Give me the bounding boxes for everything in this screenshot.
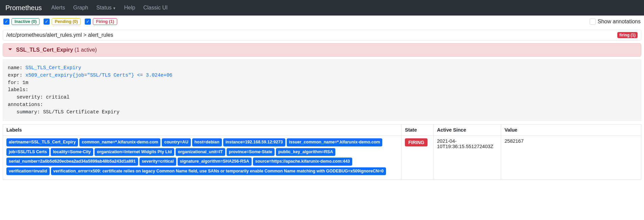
firing-pill[interactable]: Firing (1) xyxy=(93,18,117,25)
inactive-checkbox[interactable] xyxy=(3,19,9,25)
label-badge: country=AU xyxy=(162,138,190,146)
nav-help[interactable]: Help xyxy=(120,2,139,13)
cell-since: 2021-04-10T19:36:15.551272403Z xyxy=(434,136,501,180)
label-badge: instance=192.168.59.12:9273 xyxy=(223,138,285,146)
rule-group-path: /etc/prometheus/alert_rules.yml > alert_… xyxy=(6,32,113,38)
alert-body: name: SSL_TLS_Cert_Expiry expr: x509_cer… xyxy=(3,59,641,121)
col-value: Value xyxy=(501,125,641,136)
label-badge: organizational_unit=IT xyxy=(176,148,225,156)
table-header-row: Labels State Active Since Value xyxy=(3,125,641,136)
alerts-table: Labels State Active Since Value alertnam… xyxy=(3,124,641,180)
chevron-down-icon xyxy=(8,47,12,53)
label-badge: organization=Internet Widgits Pty Ltd xyxy=(95,148,174,156)
rule-name-link[interactable]: SSL_TLS_Cert_Expiry xyxy=(25,65,81,71)
rule-group-row[interactable]: /etc/prometheus/alert_rules.yml > alert_… xyxy=(3,30,641,40)
label-badge: severity=critical xyxy=(139,158,176,166)
firing-checkbox[interactable] xyxy=(85,19,91,25)
label-badge: public_key_algorithm=RSA xyxy=(276,148,335,156)
pending-checkbox[interactable] xyxy=(44,19,50,25)
label-badge: alertname=SSL_TLS_Cert_Expiry xyxy=(6,138,78,146)
table-row: alertname=SSL_TLS_Cert_Expirycommon_name… xyxy=(3,136,641,180)
label-badge: common_name=*.kifarunix-demo.com xyxy=(79,138,160,146)
alert-active-count: (1 active) xyxy=(75,47,97,53)
alert-panel: SSL_TLS_Cert_Expiry (1 active) xyxy=(3,43,641,57)
nav-classic-ui[interactable]: Classic UI xyxy=(139,2,172,13)
label-badge: source=https://apache.kifarunix-demo.com… xyxy=(253,158,352,166)
alert-header[interactable]: SSL_TLS_Cert_Expiry (1 active) xyxy=(3,44,641,56)
chevron-down-icon: ▼ xyxy=(113,6,116,10)
label-badge: issuer_common_name=*.kifarunix-demo.com xyxy=(287,138,383,146)
label-badge: serial_number=2a6b5d620ecbea2ad34a5899ab… xyxy=(6,158,138,166)
col-labels: Labels xyxy=(3,125,402,136)
nav-status-label: Status xyxy=(96,5,111,10)
pending-pill[interactable]: Pending (0) xyxy=(52,18,81,25)
label-badge: host=debian xyxy=(192,138,222,146)
alert-name: SSL_TLS_Cert_Expiry xyxy=(16,47,73,53)
label-badge: signature_algorithm=SHA256-RSA xyxy=(178,158,252,166)
group-firing-badge: firing (1) xyxy=(617,32,638,38)
label-badge: verification=invalid xyxy=(6,167,50,175)
label-badge: locality=Some-City xyxy=(51,148,93,156)
rule-expr-link[interactable]: x509_cert_expiry{job="SSL/TLS Certs"} <=… xyxy=(25,73,172,78)
inactive-pill[interactable]: Inactive (0) xyxy=(11,18,40,25)
cell-labels: alertname=SSL_TLS_Cert_Expirycommon_name… xyxy=(3,136,402,180)
nav-alerts[interactable]: Alerts xyxy=(47,2,69,13)
col-state: State xyxy=(402,125,434,136)
show-annotations-label: Show annotations xyxy=(598,19,641,25)
filter-bar: Inactive (0) Pending (0) Firing (1) Show… xyxy=(0,16,644,28)
nav-status[interactable]: Status▼ xyxy=(92,2,120,13)
label-badge: province=Some-State xyxy=(227,148,275,156)
alert-rule-definition: name: SSL_TLS_Cert_Expiry expr: x509_cer… xyxy=(3,59,641,121)
brand[interactable]: Prometheus xyxy=(5,4,42,12)
label-badge: verification_error=x509: certificate rel… xyxy=(51,167,386,175)
col-since: Active Since xyxy=(434,125,501,136)
label-badge: job=SSL/TLS Certs xyxy=(6,148,49,156)
cell-value: 2582167 xyxy=(501,136,641,180)
show-annotations-checkbox[interactable] xyxy=(590,19,596,25)
nav-graph[interactable]: Graph xyxy=(69,2,92,13)
state-badge: FIRING xyxy=(405,138,428,146)
cell-state: FIRING xyxy=(402,136,434,180)
show-annotations-toggle[interactable]: Show annotations xyxy=(590,19,641,25)
navbar: Prometheus Alerts Graph Status▼ Help Cla… xyxy=(0,0,644,16)
